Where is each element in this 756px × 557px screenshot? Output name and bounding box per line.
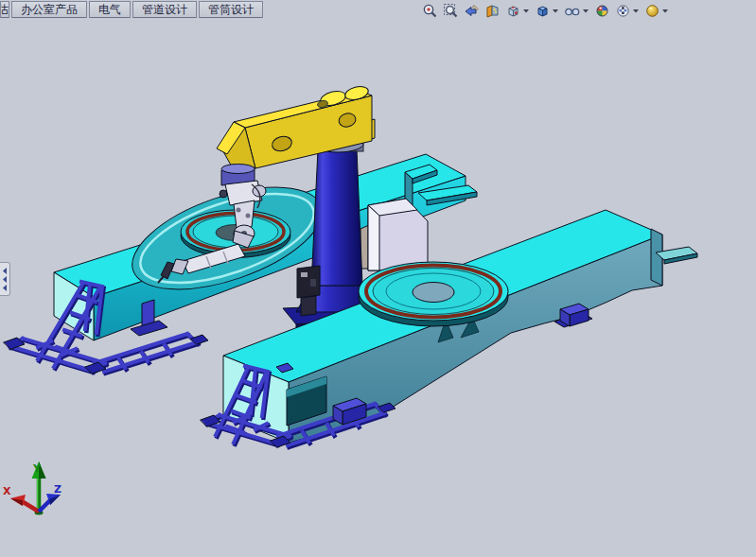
heads-up-view-toolbar (422, 2, 669, 19)
gold-sphere-icon (644, 3, 660, 19)
section-view-button[interactable] (484, 2, 501, 19)
zoom-to-fit-icon (422, 3, 438, 19)
dropdown-arrow-icon (632, 4, 640, 17)
apply-scene-button[interactable] (615, 2, 640, 19)
display-style-icon (535, 3, 551, 19)
solidworks-window: Y X Z 评估 办公室产品 电气 管道设计 管筒设计 (0, 0, 756, 557)
previous-view-icon (464, 3, 480, 19)
previous-view-button[interactable] (464, 2, 480, 19)
x-axis-label: X (3, 485, 11, 497)
dropdown-arrow-icon (582, 4, 589, 17)
dropdown-arrow-icon (552, 4, 559, 17)
feature-panel-expand-button[interactable] (0, 262, 10, 296)
y-axis-label: Y (32, 462, 42, 475)
x-axis (22, 501, 39, 512)
tab-office-products[interactable]: 办公室产品 (11, 1, 87, 18)
wire-feeder-box[interactable] (297, 266, 320, 316)
axis-triad: Y X Z (3, 461, 62, 515)
appearance-sphere-icon (594, 3, 610, 19)
triple-left-arrow-icon (1, 266, 9, 292)
top-toolbar: 评估 办公室产品 电气 管道设计 管筒设计 (0, 0, 756, 21)
eyeglasses-icon (564, 3, 581, 19)
dropdown-arrow-icon (522, 4, 530, 17)
tab-electrical[interactable]: 电气 (89, 1, 131, 18)
view-settings-button[interactable] (644, 2, 669, 19)
hide-show-items-button[interactable] (564, 2, 589, 19)
command-manager-tabs: 评估 办公室产品 电气 管道设计 管筒设计 (0, 0, 263, 18)
lower-flange-ring[interactable] (359, 262, 508, 326)
edit-appearance-button[interactable] (594, 2, 610, 19)
z-axis-label: Z (54, 483, 62, 496)
zoom-to-area-button[interactable] (443, 2, 459, 19)
view-orientation-button[interactable] (505, 2, 530, 19)
tab-tubing-design[interactable]: 管筒设计 (199, 1, 263, 18)
zoom-to-area-icon (443, 3, 459, 19)
zoom-to-fit-button[interactable] (422, 2, 438, 19)
view-orientation-icon (505, 3, 521, 19)
tab-evaluate[interactable]: 评估 (0, 1, 9, 18)
display-style-button[interactable] (535, 2, 559, 19)
graphics-viewport[interactable]: Y X Z (0, 0, 756, 557)
dropdown-arrow-icon (661, 4, 669, 17)
scene-sphere-icon (615, 3, 631, 19)
section-view-icon (484, 3, 501, 19)
tab-piping-design[interactable]: 管道设计 (132, 1, 197, 18)
